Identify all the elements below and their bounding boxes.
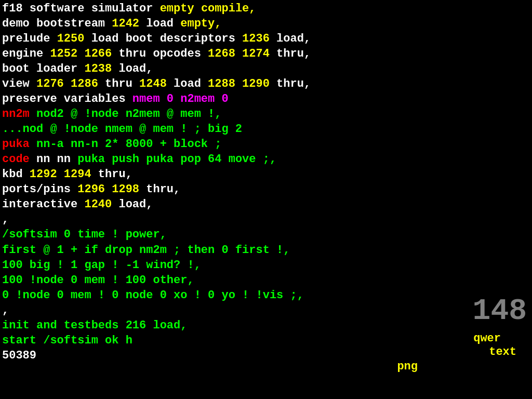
terminal-line: , <box>2 303 530 318</box>
qwer-label: qwer <box>473 331 501 346</box>
terminal-line: nn2m nod2 @ !node n2mem @ mem !, <box>2 107 530 122</box>
terminal-line: demo bootstream 1242 load empty, <box>2 16 530 31</box>
terminal-line: first @ 1 + if drop nm2m ; then 0 first … <box>2 243 530 258</box>
terminal-line: , <box>2 212 530 227</box>
terminal-line: boot loader 1238 load, <box>2 61 530 76</box>
terminal-line: 100 !node 0 mem ! 100 other, <box>2 273 530 288</box>
text-label: text <box>489 344 516 360</box>
terminal-line: code nn nn puka push puka pop 64 move ;, <box>2 152 530 167</box>
terminal-line: 0 !node 0 mem ! 0 node 0 xo ! 0 yo ! !vi… <box>2 288 530 303</box>
terminal-line: interactive 1240 load, <box>2 197 530 212</box>
terminal-line: prelude 1250 load boot descriptors 1236 … <box>2 31 530 46</box>
terminal-line: f18 software simulator empty compile, <box>2 1 530 16</box>
terminal-line: 50389 <box>2 348 530 363</box>
terminal-line: puka nn-a nn-n 2* 8000 + block ; <box>2 137 530 152</box>
terminal-line: start /softsim ok h <box>2 333 530 348</box>
terminal-line: ...nod @ !node nmem @ mem ! ; big 2 <box>2 122 530 137</box>
terminal-line: /softsim 0 time ! power, <box>2 227 530 242</box>
png-label: png <box>397 359 418 374</box>
terminal-line: ports/pins 1296 1298 thru, <box>2 182 530 197</box>
terminal-line: view 1276 1286 thru 1248 load 1288 1290 … <box>2 76 530 91</box>
terminal-line: preserve variables nmem 0 n2mem 0 <box>2 91 530 107</box>
terminal: f18 software simulator empty compile,dem… <box>0 0 532 399</box>
big-number: 148 <box>473 291 527 331</box>
terminal-line: 100 big ! 1 gap ! -1 wind? !, <box>2 258 530 273</box>
terminal-line: engine 1252 1266 thru opcodes 1268 1274 … <box>2 46 530 61</box>
terminal-line: kbd 1292 1294 thru, <box>2 167 530 182</box>
terminal-line: init and testbeds 216 load, <box>2 318 530 333</box>
